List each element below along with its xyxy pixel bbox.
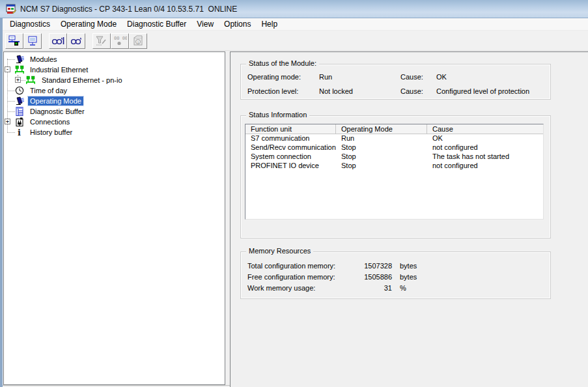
menu-diagnostic-buffer[interactable]: Diagnostic Buffer	[122, 18, 191, 30]
filter-edit-icon	[95, 35, 108, 47]
module-info-button[interactable]: i	[129, 33, 147, 49]
svg-text:i: i	[137, 40, 139, 45]
cell-function-unit: S7 communication	[245, 134, 336, 143]
tree-item-connections[interactable]: + Connections	[4, 117, 225, 127]
cause-label: Cause:	[400, 73, 423, 81]
menu-diagnostics[interactable]: Diagnostics	[5, 18, 55, 30]
cell-function-unit: Send/Recv communication	[245, 143, 336, 152]
total-config-memory-value: 1507328	[333, 262, 392, 270]
glasses-hold-button[interactable]	[49, 33, 67, 49]
cell-operating-mode: Stop	[336, 152, 427, 162]
cell-operating-mode: Run	[336, 134, 427, 143]
ethernet-icon	[26, 76, 35, 85]
clock-icon	[15, 86, 24, 95]
tree-item-label[interactable]: Connections	[28, 117, 72, 126]
total-config-memory-label: Total configuration memory:	[247, 262, 335, 270]
tree-item-label[interactable]: Modules	[28, 55, 59, 64]
tree-item-label[interactable]: Standard Ethernet - pn-io	[40, 76, 124, 85]
glasses-hold-icon	[51, 35, 64, 47]
free-config-memory-value: 1505886	[333, 273, 392, 281]
title-bar: NCM S7 Diagnostics - CP 343-1 Lean 0/4 1…	[0, 0, 588, 18]
table-row[interactable]: PROFINET IO device Stop not configured	[245, 162, 543, 171]
table-header: Function unit Operating Mode Cause	[245, 124, 543, 134]
column-header-function-unit[interactable]: Function unit	[245, 124, 336, 134]
menu-view[interactable]: View	[191, 18, 219, 30]
expand-toggle[interactable]: +	[5, 119, 10, 124]
ethernet-icon	[15, 65, 24, 74]
group-title: Status Information	[246, 111, 309, 119]
tree-item-label[interactable]: History buffer	[28, 128, 74, 137]
window-left-border	[0, 18, 3, 387]
glasses-icon	[70, 35, 83, 47]
column-header-cause[interactable]: Cause	[427, 124, 543, 134]
work-memory-usage-value: 31	[333, 284, 392, 292]
group-title: Status of the Module:	[246, 59, 319, 67]
cause-value: OK	[436, 73, 447, 81]
table-row[interactable]: S7 communication Run OK	[245, 134, 543, 143]
cell-cause: The task has not started	[427, 152, 543, 162]
table-row[interactable]: System connection Stop The task has not …	[245, 152, 543, 162]
glasses-button[interactable]	[67, 33, 85, 49]
operating-mode-label: Operating mode:	[247, 73, 301, 81]
app-icon	[6, 4, 16, 14]
monitor-icon	[26, 35, 39, 47]
module-info-icon: i	[132, 35, 145, 47]
tree-item-time-of-day[interactable]: Time of day	[4, 85, 225, 96]
free-config-memory-unit: bytes	[400, 273, 417, 281]
filter-edit-button[interactable]	[92, 33, 111, 49]
cell-function-unit: PROFINET IO device	[245, 162, 336, 171]
cause-value: Configured level of protection	[436, 87, 529, 95]
tree-item-label[interactable]: Diagnostic Buffer	[28, 107, 87, 116]
module-icon	[15, 96, 24, 106]
connections-icon	[15, 117, 24, 126]
menu-bar: Diagnostics Operating Mode Diagnostic Bu…	[3, 18, 588, 31]
menu-help[interactable]: Help	[256, 18, 283, 30]
total-config-memory-unit: bytes	[400, 262, 417, 270]
svg-text:00 00: 00 00	[114, 36, 127, 41]
collapse-toggle[interactable]: -	[5, 66, 10, 72]
status-information-group: Status Information Function unit Operati…	[240, 115, 551, 238]
work-memory-usage-label: Work memory usage:	[247, 284, 315, 292]
online-connection-button[interactable]	[5, 33, 23, 49]
free-config-memory-label: Free configuration memory:	[247, 273, 335, 281]
protection-level-value: Not locked	[319, 87, 353, 95]
detail-panel: Status of the Module: Operating mode: Ru…	[230, 51, 588, 387]
cell-cause: OK	[427, 134, 543, 143]
tree-item-industrial-ethernet[interactable]: - Industrial Ethernet	[4, 64, 225, 75]
table-row[interactable]: Send/Recv communication Stop not configu…	[245, 143, 543, 152]
status-information-table: Function unit Operating Mode Cause S7 co…	[245, 124, 544, 220]
tree-item-operating-mode[interactable]: Operating Mode	[4, 96, 225, 106]
window-title: NCM S7 Diagnostics - CP 343-1 Lean 0/4 1…	[20, 5, 237, 14]
svg-text:i: i	[18, 128, 21, 137]
tree-item-label[interactable]: Industrial Ethernet	[28, 65, 90, 74]
panel-splitter[interactable]	[225, 51, 230, 385]
module-icon	[15, 55, 24, 64]
cell-function-unit: System connection	[245, 152, 336, 162]
menu-operating-mode[interactable]: Operating Mode	[55, 18, 122, 30]
status-module-group: Status of the Module: Operating mode: Ru…	[240, 64, 551, 100]
column-header-operating-mode[interactable]: Operating Mode	[336, 124, 427, 134]
cell-operating-mode: Stop	[336, 143, 427, 152]
online-connection-icon	[8, 35, 21, 47]
diagnostics-tree: Modules - Industrial Ethernet + Standard…	[3, 51, 225, 385]
protection-level-label: Protection level:	[247, 87, 298, 95]
menu-options[interactable]: Options	[219, 18, 256, 30]
diagnostic-buffer-icon	[15, 107, 24, 116]
tree-item-label-selected[interactable]: Operating Mode	[28, 96, 83, 106]
set-time-button[interactable]: 00 00	[111, 33, 129, 49]
tree-item-history-buffer[interactable]: i History buffer	[4, 127, 225, 137]
toolbar: 00 00 i	[3, 31, 588, 51]
work-memory-usage-unit: %	[400, 284, 406, 292]
tree-item-label[interactable]: Time of day	[28, 86, 69, 95]
set-time-icon: 00 00	[113, 35, 127, 47]
tree-item-diagnostic-buffer[interactable]: Diagnostic Buffer	[4, 106, 225, 117]
cell-operating-mode: Stop	[336, 162, 427, 171]
tree-item-modules[interactable]: Modules	[4, 54, 225, 64]
cell-cause: not configured	[427, 162, 543, 171]
memory-resources-group: Memory Resources Total configuration mem…	[240, 251, 551, 299]
monitor-button[interactable]	[23, 33, 42, 49]
tree-item-standard-ethernet[interactable]: + Standard Ethernet - pn-io	[4, 75, 225, 85]
history-icon: i	[15, 128, 24, 137]
expand-toggle[interactable]: +	[15, 77, 21, 83]
cell-cause: not configured	[427, 143, 543, 152]
